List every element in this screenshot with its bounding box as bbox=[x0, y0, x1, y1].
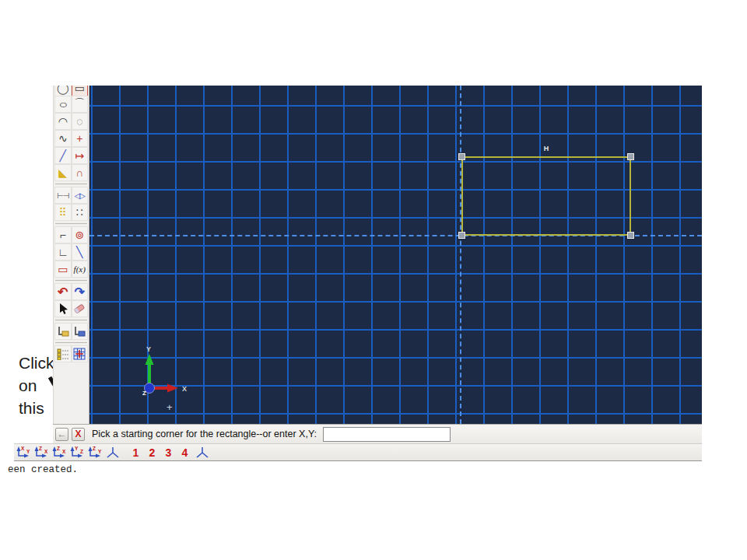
linear-pattern-tool[interactable]: ⠿ bbox=[54, 204, 72, 221]
dimension-tool[interactable]: ⊢⊣ bbox=[54, 187, 72, 204]
vertical-construction-line[interactable] bbox=[460, 86, 461, 424]
circle-3points-icon: ◌ bbox=[76, 115, 82, 128]
select-tool[interactable] bbox=[54, 300, 72, 317]
annotation-line: Click bbox=[19, 352, 54, 374]
undo-button[interactable]: ↶ bbox=[54, 283, 72, 300]
rectangle-icon: ▭ bbox=[75, 86, 85, 94]
item-list-icon bbox=[57, 348, 69, 360]
extend-icon: ∟ bbox=[58, 246, 68, 258]
point-tool[interactable]: + bbox=[72, 130, 89, 147]
horizontal-constraint-label: H bbox=[461, 145, 631, 152]
view-2-button[interactable]: 2 bbox=[144, 446, 160, 459]
svg-text:X: X bbox=[44, 449, 48, 454]
line-tool[interactable]: ╱ bbox=[54, 147, 72, 164]
constraint-icon: ⊚ bbox=[75, 229, 84, 241]
coordinates-input[interactable] bbox=[323, 427, 451, 442]
view-preset-1-button[interactable]: X Y bbox=[14, 445, 32, 460]
apply-view-button[interactable] bbox=[193, 445, 211, 460]
cancel-procedure-button[interactable]: X bbox=[72, 428, 85, 441]
construction-line-icon: ↦ bbox=[75, 149, 84, 162]
rectangle-tool[interactable]: ▭ bbox=[72, 86, 89, 96]
rect-corner-handle[interactable] bbox=[458, 153, 465, 160]
grid-options-icon bbox=[73, 348, 86, 360]
arc-center-icon: ◠ bbox=[58, 115, 68, 128]
ellipse-icon: ○ bbox=[58, 98, 67, 110]
view-1-button[interactable]: 1 bbox=[128, 446, 144, 459]
origin-triad-icon: Y X Z bbox=[132, 345, 193, 401]
edit-dimension-tool[interactable]: ╲ bbox=[72, 243, 89, 261]
circle-3points-tool[interactable]: ◌ bbox=[72, 113, 89, 130]
sketcher-options-tool[interactable] bbox=[72, 345, 89, 362]
toolbar-separator bbox=[55, 184, 87, 184]
spline-tool[interactable]: ∿ bbox=[54, 130, 72, 147]
constraint-tool[interactable]: ⊚ bbox=[72, 226, 89, 243]
view-4-button[interactable]: 4 bbox=[177, 446, 193, 459]
parameter-tool[interactable]: f(x) bbox=[72, 261, 89, 278]
triad-icon bbox=[194, 446, 211, 460]
view-preset-5-button[interactable]: Z Y bbox=[86, 445, 103, 460]
back-arrow-icon: ← bbox=[58, 429, 67, 439]
svg-text:Z: Z bbox=[57, 446, 60, 451]
folder-icon bbox=[57, 325, 69, 338]
svg-text:X: X bbox=[21, 446, 25, 451]
circle-tool[interactable]: ◯ bbox=[54, 86, 72, 96]
resize-tool[interactable]: ▭ bbox=[54, 261, 72, 278]
fillet-tool[interactable]: ◣ bbox=[54, 164, 72, 181]
trim-tool[interactable]: ⌐ bbox=[54, 226, 72, 243]
fillet-icon: ◣ bbox=[58, 166, 67, 179]
view-toolbar: X Y Z X Z X Y Z bbox=[14, 443, 702, 461]
tangent-arc-icon: ∩ bbox=[75, 166, 83, 179]
cursor-icon bbox=[57, 303, 69, 315]
view-3-button[interactable]: 3 bbox=[160, 446, 177, 459]
save-sketch-tool[interactable] bbox=[72, 323, 89, 340]
sketch-toolbar: ◯ ▭ ○ ⌒ ◠ ◌ ∿ + ╱ ↦ ◣ ∩ ⊢⊣ ◁▷ ⠿ bbox=[53, 86, 89, 424]
custom-view-button[interactable] bbox=[103, 445, 121, 460]
tangent-arc-tool[interactable]: ∩ bbox=[72, 164, 89, 181]
sketch-rectangle[interactable] bbox=[461, 156, 631, 236]
svg-text:Y: Y bbox=[26, 449, 30, 454]
toolbar-separator bbox=[55, 342, 87, 343]
view-preset-2-button[interactable]: Z X bbox=[32, 445, 50, 460]
redo-icon: ↷ bbox=[75, 285, 85, 299]
y-axis-label: Y bbox=[146, 345, 151, 353]
view-preset-3-button[interactable]: Z X bbox=[50, 445, 68, 460]
ellipse-tool[interactable]: ○ bbox=[54, 96, 72, 113]
resize-icon: ▭ bbox=[58, 263, 68, 275]
arc-endpoints-tool[interactable]: ⌒ bbox=[72, 96, 89, 113]
z-axis-label: Z bbox=[142, 390, 146, 397]
redo-button[interactable]: ↷ bbox=[72, 283, 89, 300]
sketch-canvas[interactable]: H Y X Z + bbox=[89, 86, 702, 424]
mirror-tool[interactable]: ◁▷ bbox=[72, 187, 89, 204]
svg-text:Y: Y bbox=[75, 446, 79, 451]
triad-icon bbox=[104, 446, 121, 460]
view-preset-4-button[interactable]: Y Z bbox=[68, 445, 86, 460]
axis-view-icon: Z X bbox=[33, 446, 50, 460]
toolbar-separator bbox=[55, 320, 87, 320]
open-sketch-tool[interactable] bbox=[54, 323, 72, 340]
arc-center-ends-tool[interactable]: ◠ bbox=[54, 113, 72, 130]
mirror-icon: ◁▷ bbox=[75, 191, 85, 200]
prompt-message: Pick a starting corner for the rectangle… bbox=[92, 429, 317, 439]
undo-icon: ↶ bbox=[58, 285, 68, 299]
construction-line-tool[interactable]: ↦ bbox=[72, 147, 89, 164]
extend-tool[interactable]: ∟ bbox=[54, 243, 72, 261]
message-area: een created. bbox=[0, 461, 702, 481]
snap-cursor-marker: + bbox=[167, 401, 173, 413]
point-grid-tool[interactable]: ∷ bbox=[72, 204, 89, 221]
trim-icon: ⌐ bbox=[60, 229, 66, 241]
axis-view-icon: Z Y bbox=[86, 446, 103, 460]
previous-step-button[interactable]: ← bbox=[55, 428, 68, 441]
point-icon: + bbox=[76, 132, 82, 145]
spline-icon: ∿ bbox=[58, 132, 68, 145]
rect-corner-handle[interactable] bbox=[458, 232, 465, 239]
parameter-icon: f(x) bbox=[74, 264, 86, 274]
manage-items-tool[interactable] bbox=[54, 345, 72, 362]
rect-corner-handle[interactable] bbox=[627, 232, 634, 239]
linear-pattern-icon: ⠿ bbox=[59, 206, 67, 219]
toolbar-separator bbox=[55, 280, 87, 281]
rect-corner-handle[interactable] bbox=[627, 153, 634, 160]
axis-view-icon: Y Z bbox=[68, 446, 86, 460]
save-icon bbox=[73, 325, 86, 338]
erase-tool[interactable] bbox=[72, 300, 89, 317]
axis-view-icon: X Y bbox=[15, 446, 32, 460]
